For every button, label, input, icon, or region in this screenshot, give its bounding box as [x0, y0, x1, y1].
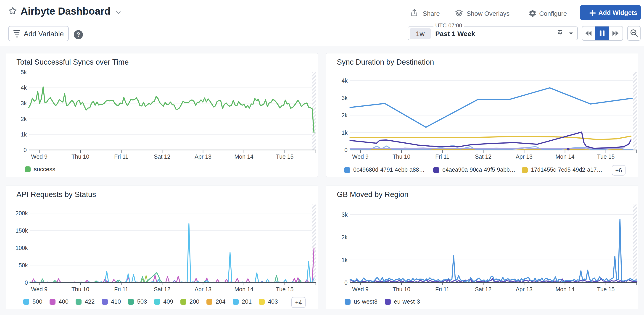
svg-text:Sat 12: Sat 12: [475, 286, 492, 293]
svg-text:Sat 12: Sat 12: [154, 153, 170, 160]
svg-text:0: 0: [344, 147, 348, 153]
svg-text:5k: 5k: [21, 69, 27, 75]
svg-text:Fri 11: Fri 11: [114, 286, 128, 293]
svg-text:Mon 14: Mon 14: [234, 286, 253, 293]
svg-text:2k: 2k: [342, 112, 348, 118]
svg-text:Fri 11: Fri 11: [435, 286, 450, 293]
svg-text:Fri 11: Fri 11: [114, 153, 128, 160]
svg-text:2k: 2k: [342, 234, 348, 240]
svg-text:Apr 13: Apr 13: [194, 286, 212, 293]
svg-text:3k: 3k: [342, 95, 348, 101]
svg-text:Thu 10: Thu 10: [72, 153, 89, 160]
svg-text:3k: 3k: [342, 211, 348, 218]
svg-text:Wed 9: Wed 9: [31, 153, 48, 160]
svg-text:Mon 14: Mon 14: [234, 153, 253, 160]
svg-text:Fri 11: Fri 11: [435, 153, 450, 160]
svg-text:Thu 10: Thu 10: [392, 286, 410, 293]
svg-text:Tue 15: Tue 15: [276, 153, 294, 160]
svg-text:Apr 13: Apr 13: [516, 286, 532, 293]
svg-text:Mon 14: Mon 14: [556, 286, 574, 293]
svg-text:0: 0: [24, 147, 27, 153]
svg-text:Mon 14: Mon 14: [556, 153, 574, 160]
svg-text:Wed 9: Wed 9: [352, 286, 368, 293]
svg-text:3k: 3k: [21, 100, 27, 106]
svg-text:1k: 1k: [342, 129, 348, 136]
svg-text:4k: 4k: [21, 84, 27, 91]
svg-text:Apr 13: Apr 13: [516, 153, 532, 160]
svg-text:100k: 100k: [16, 245, 28, 251]
svg-text:Tue 15: Tue 15: [597, 153, 615, 160]
svg-text:Sat 12: Sat 12: [154, 286, 170, 293]
svg-text:Tue 15: Tue 15: [597, 286, 615, 293]
svg-text:1k: 1k: [342, 257, 348, 263]
svg-text:Wed 9: Wed 9: [31, 286, 48, 293]
svg-text:1k: 1k: [21, 131, 27, 138]
svg-text:Sat 12: Sat 12: [475, 153, 492, 160]
svg-text:4k: 4k: [342, 77, 348, 84]
svg-text:Thu 10: Thu 10: [392, 153, 410, 160]
svg-text:Apr 13: Apr 13: [194, 153, 212, 160]
svg-text:0: 0: [25, 279, 28, 286]
svg-text:Thu 10: Thu 10: [72, 286, 89, 293]
svg-text:200k: 200k: [16, 210, 28, 216]
svg-text:0: 0: [344, 279, 348, 286]
svg-text:Tue 15: Tue 15: [276, 286, 294, 293]
svg-text:150k: 150k: [16, 227, 28, 234]
svg-text:50k: 50k: [19, 262, 28, 269]
svg-text:Wed 9: Wed 9: [352, 153, 368, 160]
svg-text:2k: 2k: [21, 116, 27, 122]
